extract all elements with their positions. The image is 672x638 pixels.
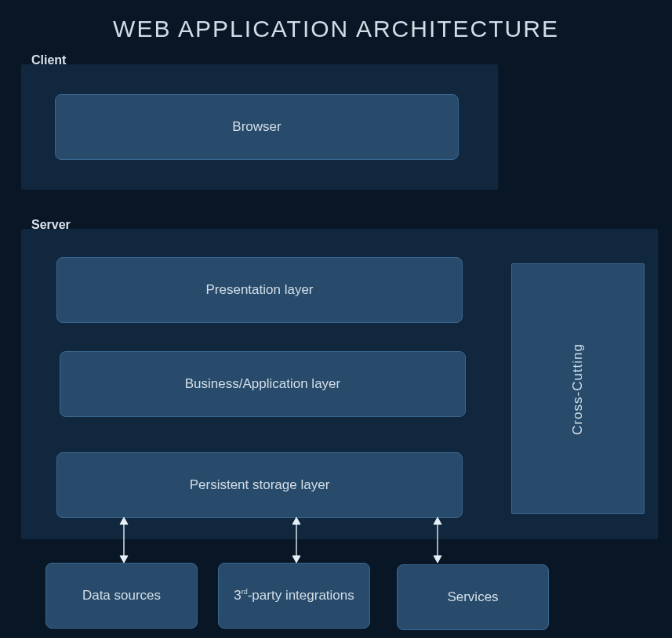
business-layer-box: Business/Application layer — [60, 351, 466, 417]
arrow-storage-thirdparty — [290, 517, 303, 563]
svg-marker-7 — [434, 517, 441, 524]
third-party-box: 3rd-party integrations — [218, 563, 370, 629]
data-sources-box: Data sources — [45, 563, 198, 629]
arrow-storage-data — [118, 517, 130, 563]
svg-marker-4 — [292, 517, 300, 524]
arrow-storage-services — [431, 517, 444, 563]
svg-marker-1 — [120, 517, 128, 524]
services-box: Services — [397, 564, 549, 630]
diagram-title: WEB APPLICATION ARCHITECTURE — [0, 0, 672, 50]
svg-marker-5 — [292, 556, 300, 563]
svg-marker-2 — [120, 556, 128, 563]
svg-marker-8 — [434, 556, 441, 563]
third-party-label: 3rd-party integrations — [234, 588, 354, 604]
cross-cutting-box: Cross-Cutting — [511, 263, 645, 514]
presentation-layer-box: Presentation layer — [56, 257, 463, 323]
storage-layer-box: Persistent storage layer — [56, 452, 463, 518]
cross-cutting-label: Cross-Cutting — [570, 343, 586, 435]
browser-box: Browser — [55, 94, 459, 160]
